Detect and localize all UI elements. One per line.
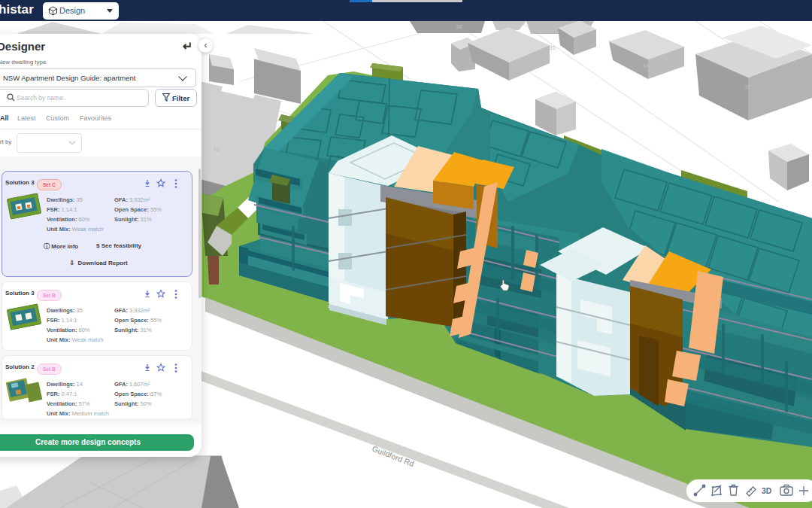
svg-text:38: 38 (456, 23, 462, 30)
svg-text:32: 32 (744, 84, 751, 90)
svg-text:34: 34 (642, 62, 649, 69)
svg-text:3D: 3D (762, 486, 772, 495)
svg-text:73: 73 (213, 146, 220, 153)
svg-text:35: 35 (549, 44, 556, 51)
